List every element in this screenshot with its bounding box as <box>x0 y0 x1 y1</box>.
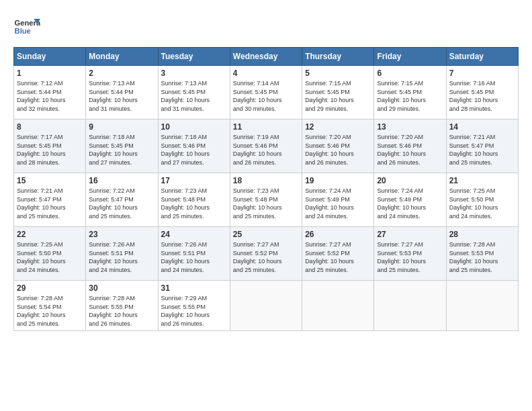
header: General Blue <box>13 13 519 40</box>
calendar-cell: 22Sunrise: 7:25 AM Sunset: 5:50 PM Dayli… <box>14 227 86 281</box>
calendar-cell: 12Sunrise: 7:20 AM Sunset: 5:46 PM Dayli… <box>302 120 374 173</box>
calendar-cell: 6Sunrise: 7:15 AM Sunset: 5:45 PM Daylig… <box>374 66 446 120</box>
calendar-cell: 29Sunrise: 7:28 AM Sunset: 5:54 PM Dayli… <box>14 281 86 331</box>
day-number: 25 <box>233 230 299 239</box>
day-info: Sunrise: 7:16 AM Sunset: 5:45 PM Dayligh… <box>449 79 515 113</box>
day-number: 11 <box>233 122 299 132</box>
day-info: Sunrise: 7:12 AM Sunset: 5:44 PM Dayligh… <box>17 79 83 113</box>
calendar: SundayMondayTuesdayWednesdayThursdayFrid… <box>13 47 519 331</box>
day-info: Sunrise: 7:17 AM Sunset: 5:45 PM Dayligh… <box>17 133 83 167</box>
day-info: Sunrise: 7:15 AM Sunset: 5:45 PM Dayligh… <box>377 79 443 113</box>
day-info: Sunrise: 7:26 AM Sunset: 5:51 PM Dayligh… <box>89 240 154 274</box>
day-number: 7 <box>449 68 515 78</box>
weekday-saturday: Saturday <box>446 48 518 66</box>
day-info: Sunrise: 7:21 AM Sunset: 5:47 PM Dayligh… <box>449 133 515 167</box>
day-info: Sunrise: 7:18 AM Sunset: 5:45 PM Dayligh… <box>89 133 154 167</box>
calendar-cell: 1Sunrise: 7:12 AM Sunset: 5:44 PM Daylig… <box>14 66 86 120</box>
day-number: 31 <box>161 283 227 293</box>
day-info: Sunrise: 7:23 AM Sunset: 5:48 PM Dayligh… <box>233 187 299 220</box>
day-number: 23 <box>89 230 154 239</box>
day-info: Sunrise: 7:24 AM Sunset: 5:49 PM Dayligh… <box>305 187 371 220</box>
day-info: Sunrise: 7:28 AM Sunset: 5:53 PM Dayligh… <box>449 240 515 274</box>
calendar-cell: 27Sunrise: 7:27 AM Sunset: 5:53 PM Dayli… <box>374 227 446 281</box>
calendar-cell: 31Sunrise: 7:29 AM Sunset: 5:55 PM Dayli… <box>158 281 230 331</box>
day-number: 22 <box>17 230 83 239</box>
day-info: Sunrise: 7:23 AM Sunset: 5:48 PM Dayligh… <box>161 187 227 220</box>
day-number: 6 <box>377 68 443 78</box>
day-info: Sunrise: 7:13 AM Sunset: 5:44 PM Dayligh… <box>89 79 154 113</box>
day-info: Sunrise: 7:27 AM Sunset: 5:52 PM Dayligh… <box>305 240 371 274</box>
calendar-cell: 16Sunrise: 7:22 AM Sunset: 5:47 PM Dayli… <box>86 173 158 227</box>
day-number: 10 <box>161 122 227 132</box>
day-number: 21 <box>449 176 515 185</box>
calendar-cell <box>446 281 518 331</box>
svg-text:Blue: Blue <box>15 27 31 35</box>
weekday-header-row: SundayMondayTuesdayWednesdayThursdayFrid… <box>14 48 519 66</box>
day-number: 16 <box>89 176 154 185</box>
calendar-cell: 14Sunrise: 7:21 AM Sunset: 5:47 PM Dayli… <box>446 120 518 173</box>
day-info: Sunrise: 7:19 AM Sunset: 5:46 PM Dayligh… <box>233 133 299 167</box>
day-number: 15 <box>17 176 83 185</box>
day-number: 19 <box>305 176 371 185</box>
calendar-cell: 10Sunrise: 7:18 AM Sunset: 5:46 PM Dayli… <box>158 120 230 173</box>
calendar-cell: 17Sunrise: 7:23 AM Sunset: 5:48 PM Dayli… <box>158 173 230 227</box>
calendar-cell: 5Sunrise: 7:15 AM Sunset: 5:45 PM Daylig… <box>302 66 374 120</box>
day-number: 18 <box>233 176 299 185</box>
calendar-cell: 4Sunrise: 7:14 AM Sunset: 5:45 PM Daylig… <box>230 66 302 120</box>
day-number: 9 <box>89 122 154 132</box>
calendar-cell: 24Sunrise: 7:26 AM Sunset: 5:51 PM Dayli… <box>158 227 230 281</box>
calendar-cell: 3Sunrise: 7:13 AM Sunset: 5:45 PM Daylig… <box>158 66 230 120</box>
day-number: 24 <box>161 230 227 239</box>
day-info: Sunrise: 7:25 AM Sunset: 5:50 PM Dayligh… <box>449 187 515 220</box>
calendar-cell: 25Sunrise: 7:27 AM Sunset: 5:52 PM Dayli… <box>230 227 302 281</box>
calendar-cell: 21Sunrise: 7:25 AM Sunset: 5:50 PM Dayli… <box>446 173 518 227</box>
day-info: Sunrise: 7:20 AM Sunset: 5:46 PM Dayligh… <box>377 133 443 167</box>
day-number: 2 <box>89 68 154 78</box>
calendar-cell: 23Sunrise: 7:26 AM Sunset: 5:51 PM Dayli… <box>86 227 158 281</box>
calendar-cell: 15Sunrise: 7:21 AM Sunset: 5:47 PM Dayli… <box>14 173 86 227</box>
calendar-cell: 30Sunrise: 7:28 AM Sunset: 5:55 PM Dayli… <box>86 281 158 331</box>
day-number: 1 <box>17 68 83 78</box>
day-info: Sunrise: 7:28 AM Sunset: 5:55 PM Dayligh… <box>89 294 154 328</box>
calendar-cell: 11Sunrise: 7:19 AM Sunset: 5:46 PM Dayli… <box>230 120 302 173</box>
day-number: 5 <box>305 68 371 78</box>
weekday-monday: Monday <box>86 48 158 66</box>
day-info: Sunrise: 7:15 AM Sunset: 5:45 PM Dayligh… <box>305 79 371 113</box>
day-info: Sunrise: 7:18 AM Sunset: 5:46 PM Dayligh… <box>161 133 227 167</box>
calendar-cell: 8Sunrise: 7:17 AM Sunset: 5:45 PM Daylig… <box>14 120 86 173</box>
weekday-tuesday: Tuesday <box>158 48 230 66</box>
day-number: 4 <box>233 68 299 78</box>
logo-icon: General Blue <box>13 13 40 40</box>
day-info: Sunrise: 7:27 AM Sunset: 5:52 PM Dayligh… <box>233 240 299 274</box>
calendar-cell: 28Sunrise: 7:28 AM Sunset: 5:53 PM Dayli… <box>446 227 518 281</box>
calendar-cell: 18Sunrise: 7:23 AM Sunset: 5:48 PM Dayli… <box>230 173 302 227</box>
day-number: 8 <box>17 122 83 132</box>
day-number: 29 <box>17 283 83 293</box>
calendar-cell <box>374 281 446 331</box>
day-info: Sunrise: 7:28 AM Sunset: 5:54 PM Dayligh… <box>17 294 83 328</box>
calendar-cell: 13Sunrise: 7:20 AM Sunset: 5:46 PM Dayli… <box>374 120 446 173</box>
day-number: 3 <box>161 68 227 78</box>
day-info: Sunrise: 7:24 AM Sunset: 5:49 PM Dayligh… <box>377 187 443 220</box>
day-info: Sunrise: 7:13 AM Sunset: 5:45 PM Dayligh… <box>161 79 227 113</box>
weekday-sunday: Sunday <box>14 48 86 66</box>
calendar-cell: 26Sunrise: 7:27 AM Sunset: 5:52 PM Dayli… <box>302 227 374 281</box>
calendar-cell: 20Sunrise: 7:24 AM Sunset: 5:49 PM Dayli… <box>374 173 446 227</box>
day-info: Sunrise: 7:14 AM Sunset: 5:45 PM Dayligh… <box>233 79 299 113</box>
calendar-cell <box>302 281 374 331</box>
day-info: Sunrise: 7:29 AM Sunset: 5:55 PM Dayligh… <box>161 294 227 328</box>
day-info: Sunrise: 7:25 AM Sunset: 5:50 PM Dayligh… <box>17 240 83 274</box>
calendar-cell: 7Sunrise: 7:16 AM Sunset: 5:45 PM Daylig… <box>446 66 518 120</box>
day-number: 14 <box>449 122 515 132</box>
day-number: 26 <box>305 230 371 239</box>
day-info: Sunrise: 7:26 AM Sunset: 5:51 PM Dayligh… <box>161 240 227 274</box>
weekday-thursday: Thursday <box>302 48 374 66</box>
day-info: Sunrise: 7:21 AM Sunset: 5:47 PM Dayligh… <box>17 187 83 220</box>
day-info: Sunrise: 7:27 AM Sunset: 5:53 PM Dayligh… <box>377 240 443 274</box>
calendar-cell: 19Sunrise: 7:24 AM Sunset: 5:49 PM Dayli… <box>302 173 374 227</box>
day-number: 12 <box>305 122 371 132</box>
day-number: 20 <box>377 176 443 185</box>
calendar-cell: 9Sunrise: 7:18 AM Sunset: 5:45 PM Daylig… <box>86 120 158 173</box>
day-number: 17 <box>161 176 227 185</box>
calendar-cell <box>230 281 302 331</box>
